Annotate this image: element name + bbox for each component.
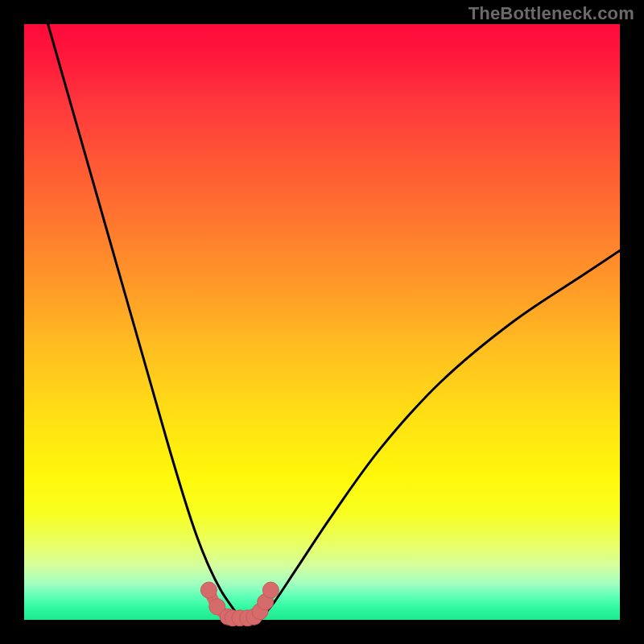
valley-marker — [200, 582, 217, 598]
valley-markers-group — [200, 582, 279, 626]
watermark-text: TheBottleneck.com — [469, 3, 634, 24]
valley-marker — [262, 582, 279, 598]
right-curve — [259, 250, 620, 620]
chart-frame: TheBottleneck.com — [0, 0, 644, 644]
chart-svg — [24, 24, 620, 620]
left-curve — [48, 24, 242, 620]
plot-area — [24, 24, 620, 620]
